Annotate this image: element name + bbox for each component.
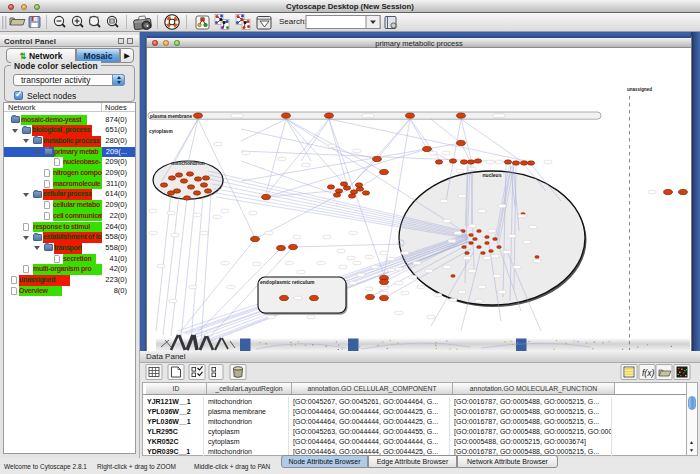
svg-text:nucleus: nucleus bbox=[483, 172, 502, 178]
svg-text:Search:: Search: bbox=[279, 17, 307, 26]
svg-text:endoplasmic reticulum: endoplasmic reticulum bbox=[260, 279, 315, 285]
svg-text:mitochondrion: mitochondrion bbox=[171, 161, 205, 166]
svg-text:f(x): f(x) bbox=[642, 368, 654, 378]
svg-text:cytoplasm: cytoplasm bbox=[149, 129, 173, 134]
svg-text:plasma membrane: plasma membrane bbox=[150, 114, 192, 119]
svg-text:unassigned: unassigned bbox=[627, 87, 652, 92]
